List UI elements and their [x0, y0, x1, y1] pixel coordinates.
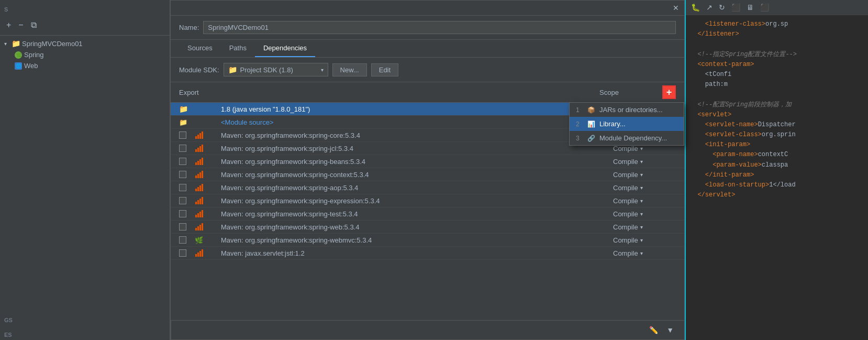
dropdown-item-jars[interactable]: 1 📦 JARs or directories...: [570, 103, 684, 117]
dep-row-spring-beans[interactable]: Maven: org.springframework:spring-beans:…: [171, 155, 684, 168]
run-icon-btn[interactable]: ↗: [704, 2, 715, 13]
tree-item-spring[interactable]: 🌿 Spring: [0, 49, 170, 60]
close-button[interactable]: ✕: [670, 3, 682, 13]
dep-name-spring-core: Maven: org.springframework:spring-core:5…: [221, 131, 613, 139]
maven-icon-spring-context: [195, 170, 203, 179]
checkbox-spring-core[interactable]: [179, 131, 186, 139]
dep-name-spring-jcl: Maven: org.springframework:spring-jcl:5.…: [221, 145, 613, 152]
code-line-9: <!--配置Spring前段控制器，加: [688, 100, 866, 110]
maven-icon-spring-aop: [195, 183, 203, 192]
checkbox-spring-webmvc[interactable]: [179, 236, 186, 244]
export-cell-spring-jcl: [179, 144, 221, 152]
sidebar-section-s: s: [0, 0, 170, 15]
export-cell-modsrc: 📁: [179, 118, 221, 126]
root-label: SpringMVCDemo01: [22, 40, 83, 48]
dep-row-spring-aop[interactable]: Maven: org.springframework:spring-aop:5.…: [171, 181, 684, 194]
code-line-3: [688, 39, 866, 49]
code-panel: 🐛 ↗ ↻ ⬛ 🖥 ⬛ <listener-class>org.sp </lis…: [685, 0, 868, 340]
dep-row-jstl[interactable]: Maven: javax.servlet:jstl:1.2 Compile ▾: [171, 247, 684, 260]
dep-scope-spring-aop: Compile ▾: [613, 184, 676, 192]
scroll-down-btn[interactable]: ▼: [664, 324, 676, 336]
module-settings-dialog: ✕ Name: Sources Paths Dependencies Modul…: [170, 0, 685, 340]
edit-icon-btn[interactable]: ✏️: [647, 324, 660, 336]
name-input[interactable]: [203, 21, 676, 34]
checkbox-spring-web[interactable]: [179, 223, 186, 231]
web-icon: 🌐: [15, 62, 22, 70]
refresh-icon-btn[interactable]: ↻: [717, 2, 727, 13]
stop-icon-btn[interactable]: ⬛: [729, 2, 742, 13]
jars-icon: 📦: [587, 106, 595, 114]
dialog-header: ✕: [171, 1, 684, 16]
sdk-edit-button[interactable]: Edit: [371, 63, 398, 76]
library-icon: 📊: [587, 120, 595, 128]
maven-icon-spring-test: [195, 210, 203, 218]
copy-button[interactable]: ⧉: [29, 15, 39, 36]
remove-button[interactable]: −: [16, 15, 25, 36]
col-export-header: Export: [179, 89, 221, 96]
code-line-2: </listener>: [688, 29, 866, 39]
collapse-arrow-icon: ▾: [4, 41, 9, 47]
web-label: Web: [24, 62, 38, 70]
maven-icon-spring-jcl: [195, 144, 203, 152]
tree-item-root[interactable]: ▾ 📁 SpringMVCDemo01: [0, 38, 170, 49]
dropdown-item-library[interactable]: 2 📊 Library...: [570, 117, 684, 131]
code-line-7: path:m: [688, 80, 866, 90]
code-line-16: </init-param>: [688, 170, 866, 180]
modsrc-icon: 📁: [179, 118, 187, 126]
add-button[interactable]: +: [4, 15, 13, 36]
checkbox-spring-beans[interactable]: [179, 158, 186, 165]
checkbox-spring-expression[interactable]: [179, 197, 186, 204]
tab-sources[interactable]: Sources: [179, 40, 221, 57]
checkbox-spring-context[interactable]: [179, 171, 186, 178]
dropdown-jars-label: JARs or directories...: [599, 106, 663, 114]
item-num-3: 3: [576, 135, 583, 142]
checkbox-jstl[interactable]: [179, 249, 186, 257]
export-cell-spring-context: [179, 170, 221, 179]
name-label: Name:: [179, 24, 199, 31]
dep-row-spring-web[interactable]: Maven: org.springframework:spring-web:5.…: [171, 221, 684, 234]
export-cell-spring-test: [179, 210, 221, 218]
code-line-1: <listener-class>org.sp: [688, 19, 866, 29]
dep-name-spring-expression: Maven: org.springframework:spring-expres…: [221, 197, 613, 205]
dep-name-jdk: 1.8 (java version "1.8.0_181"): [221, 105, 613, 113]
monitor-icon-btn[interactable]: 🖥: [744, 2, 756, 13]
add-dependency-button[interactable]: +: [662, 85, 676, 99]
checkbox-spring-aop[interactable]: [179, 184, 186, 191]
col-scope-header: Scope: [599, 89, 662, 96]
maven-icon-spring-web: [195, 223, 203, 231]
dep-row-spring-context[interactable]: Maven: org.springframework:spring-contex…: [171, 168, 684, 181]
debug-icon-btn[interactable]: 🐛: [689, 2, 702, 13]
dep-row-spring-expression[interactable]: Maven: org.springframework:spring-expres…: [171, 194, 684, 207]
dep-name-spring-test: Maven: org.springframework:spring-test:5…: [221, 210, 613, 218]
export-cell-spring-web: [179, 223, 221, 231]
extra-icon-btn[interactable]: ⬛: [758, 2, 771, 13]
sdk-select[interactable]: 📁 Project SDK (1.8) ▾: [224, 63, 328, 76]
sdk-row: Module SDK: 📁 Project SDK (1.8) ▾ New...…: [171, 58, 684, 82]
tree-item-web[interactable]: 🌐 Web: [0, 60, 170, 71]
sdk-new-button[interactable]: New...: [332, 63, 367, 76]
dropdown-library-label: Library...: [599, 120, 626, 128]
checkbox-spring-test[interactable]: [179, 210, 186, 217]
code-toolbar: 🐛 ↗ ↻ ⬛ 🖥 ⬛: [686, 0, 868, 15]
checkbox-spring-jcl[interactable]: [179, 145, 186, 152]
dep-name-jstl: Maven: javax.servlet:jstl:1.2: [221, 249, 613, 257]
sidebar-section-gs: gs: [0, 311, 170, 325]
code-line-11: <servlet-name>Dispatcher: [688, 120, 866, 130]
tab-dependencies[interactable]: Dependencies: [255, 40, 315, 57]
dep-row-spring-webmvc[interactable]: 🌿 Maven: org.springframework:spring-webm…: [171, 234, 684, 247]
add-dropdown-menu: 1 📦 JARs or directories... 2 📊 Library..…: [569, 102, 684, 146]
code-line-15: <param-value>classpa: [688, 160, 866, 170]
export-cell-spring-beans: [179, 157, 221, 166]
sdk-dropdown-arrow-icon: ▾: [321, 67, 324, 73]
code-line-17: <load-on-startup>1</load: [688, 180, 866, 190]
tab-paths[interactable]: Paths: [221, 40, 255, 57]
spring-icon: 🌿: [15, 51, 22, 59]
maven-icon-jstl: [195, 249, 203, 257]
maven-icon-spring-beans: [195, 157, 203, 166]
dropdown-item-module-dep[interactable]: 3 🔗 Module Dependency...: [570, 131, 684, 145]
dep-row-spring-test[interactable]: Maven: org.springframework:spring-test:5…: [171, 207, 684, 221]
export-cell-spring-expression: [179, 196, 221, 205]
maven-icon-spring-expression: [195, 196, 203, 205]
sdk-folder-icon: 📁: [228, 65, 237, 74]
dep-name-spring-web: Maven: org.springframework:spring-web:5.…: [221, 223, 613, 231]
